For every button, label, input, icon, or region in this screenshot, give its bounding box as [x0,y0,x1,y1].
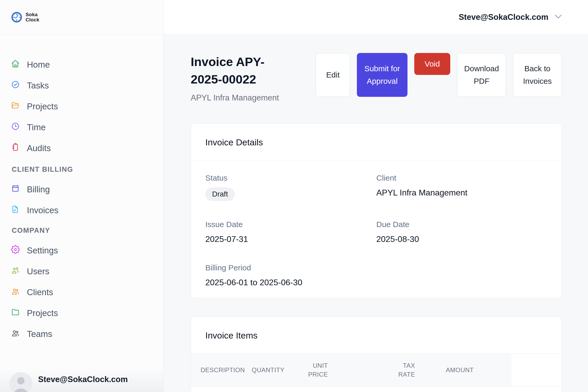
page-header: Invoice APY-2025-00022 APYL Infra Manage… [191,53,562,103]
sidebar-item-label: Settings [27,246,58,256]
edit-button[interactable]: Edit [316,53,350,97]
submit-for-approval-button[interactable]: Submit for Approval [357,53,407,97]
sidebar-item-audits[interactable]: Audits [0,140,163,156]
client-label: Client [376,173,548,183]
sidebar-item-home[interactable]: Home [0,57,163,73]
invoice-details-grid: Status Draft Client APYL Infra Managemen… [191,160,562,298]
field-issue-date: Issue Date 2025-07-31 [205,220,376,244]
chevron-down-icon [555,14,562,20]
due-date-label: Due Date [376,220,548,229]
sidebar-item-projects[interactable]: Projects [0,99,163,114]
sidebar-item-label: Projects [27,102,58,111]
sidebar-item-clients[interactable]: Clients [0,284,163,300]
user-menu[interactable]: Steve@SokaClock.com [459,13,562,22]
field-due-date: Due Date 2025-08-30 [376,220,548,244]
settings-gear-icon [11,245,20,256]
sidebar-item-users[interactable]: Users [0,264,163,279]
table-row [191,387,562,392]
back-to-invoices-button[interactable]: Back to Invoices [513,53,562,97]
issue-date-value: 2025-07-31 [205,234,376,244]
sidebar-item-tasks[interactable]: Tasks [0,78,163,93]
column-header-amount: AMOUNT [425,366,512,375]
void-button[interactable]: Void [414,53,450,75]
sidebar-nav: Home Tasks Projects [0,35,163,342]
sidebar-item-label: Tasks [27,81,49,91]
home-icon [11,59,20,70]
column-header-description: DESCRIPTION [191,366,242,375]
audits-clipboard-icon [11,143,20,154]
billing-period-value: 2025-06-01 to 2025-06-30 [205,277,376,288]
sidebar-item-label: Billing [27,185,50,194]
tasks-check-icon [11,80,20,91]
invoice-actions: Edit Submit for Approval Void Download P… [316,53,562,97]
app-window: Soka Clock Home Tasks [0,0,588,392]
topbar-user-email: Steve@SokaClock.com [459,13,548,22]
sidebar-item-label: Time [27,122,46,132]
sidebar-user-profile[interactable]: Steve@SokaClock.com [0,368,163,392]
page-titles: Invoice APY-2025-00022 APYL Infra Manage… [191,53,290,103]
clients-icon [11,287,20,298]
billing-period-label: Billing Period [205,263,376,272]
due-date-value: 2025-08-30 [376,234,548,244]
clock-logo-icon [11,11,22,23]
topbar: Steve@SokaClock.com [164,0,588,35]
column-header-unit-price: UNIT PRICE [285,361,328,379]
sidebar-item-label: Invoices [27,205,58,215]
sidebar-section-client-billing: CLIENT BILLING [0,165,163,173]
field-billing-period: Billing Period 2025-06-01 to 2025-06-30 [205,263,376,288]
sidebar-section-company: COMPANY [0,227,163,234]
sidebar: Soka Clock Home Tasks [0,0,164,392]
sidebar-item-company-projects[interactable]: Projects [0,305,163,321]
page-title: Invoice APY-2025-00022 [191,53,290,88]
sidebar-user-email: Steve@SokaClock.com [38,375,128,384]
invoice-details-card: Invoice Details Status Draft Client APYL… [191,123,562,298]
sidebar-item-label: Teams [27,329,52,339]
page-subtitle: APYL Infra Management [191,93,290,103]
column-header-tax-rate: TAX RATE [328,361,425,379]
items-table-header-row: DESCRIPTION QUANTITY UNIT PRICE TAX RATE… [191,354,562,387]
column-header-quantity: QUANTITY [242,366,285,375]
avatar [9,372,32,392]
sidebar-item-teams[interactable]: Teams [0,326,163,342]
field-client: Client APYL Infra Management [376,173,548,201]
sidebar-item-label: Clients [27,287,53,297]
sidebar-item-label: Users [27,266,49,276]
projects-folder-icon [11,101,20,112]
field-status: Status Draft [205,173,376,201]
brand-logo[interactable]: Soka Clock [0,0,163,35]
sidebar-item-label: Audits [27,143,51,153]
sidebar-item-time[interactable]: Time [0,120,163,135]
sidebar-item-label: Home [27,60,50,70]
issue-date-label: Issue Date [205,220,376,229]
items-table-header-spacer [512,354,562,386]
time-clock-icon [11,122,20,133]
page-content: Invoice APY-2025-00022 APYL Infra Manage… [164,35,588,392]
teams-icon [11,329,20,340]
client-value: APYL Infra Management [376,187,548,198]
sidebar-item-invoices[interactable]: Invoices [0,203,163,218]
billing-card-icon [11,184,20,195]
sidebar-item-billing[interactable]: Billing [0,182,163,197]
status-label: Status [205,173,376,183]
invoice-details-title: Invoice Details [191,124,562,160]
sidebar-item-settings[interactable]: Settings [0,243,163,258]
status-badge: Draft [205,187,235,201]
items-table-header-cells: DESCRIPTION QUANTITY UNIT PRICE TAX RATE… [191,354,512,386]
download-pdf-button[interactable]: Download PDF [457,53,506,97]
main-area: Steve@SokaClock.com Invoice APY-2025-000… [164,0,588,392]
company-folder-icon [11,308,20,319]
invoice-items-card: Invoice Items DESCRIPTION QUANTITY UNIT … [191,317,562,392]
invoices-file-icon [11,205,20,216]
brand-name: Soka Clock [26,12,39,22]
invoice-items-title: Invoice Items [191,317,562,354]
users-icon [11,266,20,277]
sidebar-item-label: Projects [27,308,58,318]
